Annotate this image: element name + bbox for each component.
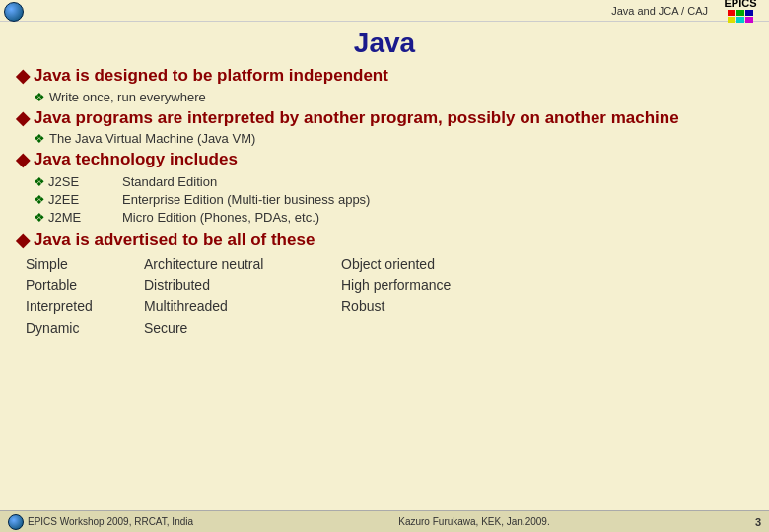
tech-val-j2ee: Enterprise Edition (Multi-tier business …	[122, 191, 370, 209]
advert-obj-oriented: Object oriented	[339, 254, 517, 276]
tech-key-j2ee: ❖ J2EE	[34, 191, 122, 209]
arrow-icon-2: ❖	[34, 131, 45, 146]
tech-val-j2se: Standard Edition	[122, 173, 217, 191]
tech-row-j2se: ❖ J2SE Standard Edition	[34, 173, 753, 191]
diamond-icon-2: ◆	[16, 107, 30, 130]
section1-sub1: ❖ Write once, run everywhere	[34, 90, 753, 104]
section3-text: Java technology includes	[34, 149, 238, 169]
advert-simple: Simple	[24, 254, 142, 276]
tech-key-j2me-label: J2ME	[48, 209, 81, 227]
footer-workshop-text: EPICS Workshop 2009, RRCAT, India	[28, 516, 193, 527]
tech-arrow-3: ❖	[34, 209, 45, 227]
tech-key-j2ee-label: J2EE	[48, 191, 79, 209]
diamond-icon-4: ◆	[16, 230, 30, 252]
section3-header: ◆ Java technology includes	[16, 149, 753, 171]
tech-row-j2me: ❖ J2ME Micro Edition (Phones, PDAs, etc.…	[34, 209, 753, 227]
header-bar: Java and JCA / CAJ EPICS	[0, 0, 769, 22]
top-left-logo	[4, 2, 26, 24]
advert-empty	[339, 318, 517, 340]
advert-portable: Portable	[24, 275, 142, 297]
footer-page-number: 3	[755, 516, 761, 528]
advert-secure: Secure	[142, 318, 339, 340]
diamond-icon-1: ◆	[16, 65, 30, 88]
footer-right-text: Kazuro Furukawa, KEK, Jan.2009.	[398, 516, 549, 527]
section2-text: Java programs are interpreted by another…	[34, 107, 679, 128]
sq5	[736, 17, 744, 23]
advert-high-perf: High performance	[339, 275, 517, 297]
section4-text: Java is advertised to be all of these	[34, 230, 315, 250]
advert-arch-neutral: Architecture neutral	[142, 254, 339, 276]
header-title: Java and JCA / CAJ	[4, 5, 716, 17]
advert-dynamic: Dynamic	[24, 318, 142, 340]
epics-color-squares	[728, 10, 753, 23]
advert-multithreaded: Multithreaded	[142, 297, 339, 318]
tech-val-j2me: Micro Edition (Phones, PDAs, etc.)	[122, 209, 319, 227]
advert-table: Simple Architecture neutral Object orien…	[24, 254, 753, 340]
section1-sub1-text: Write once, run everywhere	[49, 90, 206, 104]
globe-icon	[4, 2, 24, 22]
sq3	[745, 10, 753, 16]
tech-key-j2me: ❖ J2ME	[34, 209, 122, 227]
footer-globe-icon	[8, 514, 24, 530]
page-title: Java	[16, 28, 753, 59]
section1-header: ◆ Java is designed to be platform indepe…	[16, 65, 753, 88]
diamond-icon-3: ◆	[16, 149, 30, 171]
advert-interpreted: Interpreted	[24, 297, 142, 318]
section2-sub1: ❖ The Java Virtual Machine (Java VM)	[34, 131, 753, 146]
sq4	[728, 17, 735, 23]
tech-key-j2se-label: J2SE	[48, 173, 79, 191]
advert-grid: Simple Architecture neutral Object orien…	[24, 254, 753, 340]
tech-table: ❖ J2SE Standard Edition ❖ J2EE Enterpris…	[34, 173, 753, 228]
epics-label: EPICS	[724, 0, 756, 9]
section4-header: ◆ Java is advertised to be all of these	[16, 230, 753, 252]
footer: EPICS Workshop 2009, RRCAT, India Kazuro…	[0, 510, 769, 532]
advert-robust: Robust	[339, 297, 517, 318]
section2-header: ◆ Java programs are interpreted by anoth…	[16, 107, 753, 130]
epics-logo: EPICS	[716, 1, 765, 21]
section2-sub1-text: The Java Virtual Machine (Java VM)	[49, 131, 255, 146]
arrow-icon-1: ❖	[34, 90, 45, 104]
tech-row-j2ee: ❖ J2EE Enterprise Edition (Multi-tier bu…	[34, 191, 753, 209]
main-content: Java ◆ Java is designed to be platform i…	[0, 22, 769, 343]
tech-arrow-2: ❖	[34, 191, 45, 209]
sq1	[728, 10, 735, 16]
sq6	[745, 17, 753, 23]
advert-distributed: Distributed	[142, 275, 339, 297]
tech-arrow-1: ❖	[34, 173, 45, 191]
sq2	[736, 10, 744, 16]
section1-text: Java is designed to be platform independ…	[34, 65, 388, 86]
footer-left: EPICS Workshop 2009, RRCAT, India	[8, 514, 193, 530]
tech-key-j2se: ❖ J2SE	[34, 173, 122, 191]
